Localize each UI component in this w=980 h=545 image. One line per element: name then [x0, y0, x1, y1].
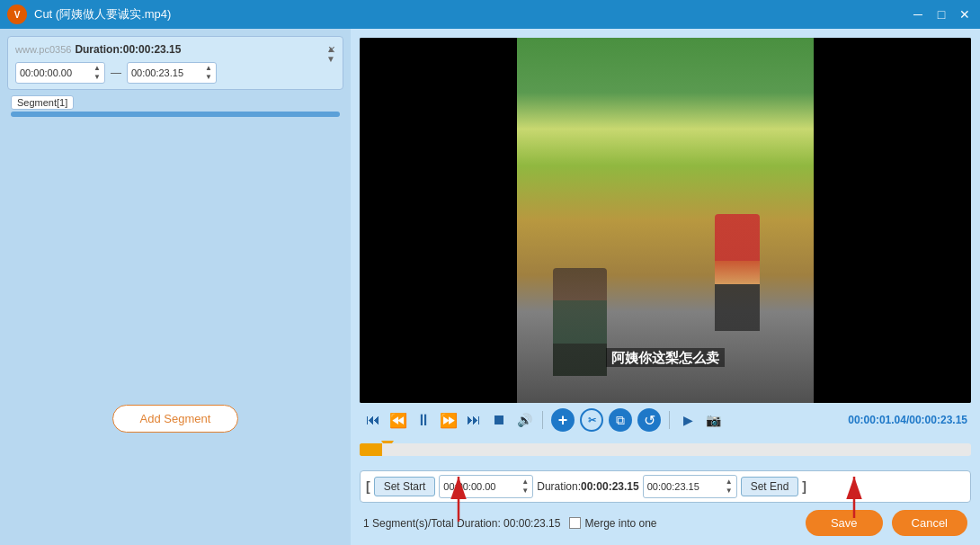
window-controls: ─ □ ✕: [910, 6, 973, 22]
scroll-down-icon[interactable]: ▼: [326, 54, 335, 64]
skip-to-end-button[interactable]: ⏭: [464, 410, 484, 430]
start-time-input[interactable]: 00:00:00.00 ▲ ▼: [15, 62, 105, 84]
end-time-up[interactable]: ▲: [205, 64, 212, 73]
start-time-up[interactable]: ▲: [94, 64, 101, 73]
play-segment-button[interactable]: ▶: [678, 410, 698, 430]
video-preview: 阿姨你这梨怎么卖: [360, 38, 971, 403]
time-separator: —: [111, 67, 121, 79]
volume-button[interactable]: 🔊: [514, 410, 534, 430]
end-time-control[interactable]: 00:00:23.15 ▲ ▼: [643, 475, 737, 498]
end-time-input[interactable]: 00:00:23.15 ▲ ▼: [127, 62, 217, 84]
stop-button[interactable]: ⏹: [489, 410, 509, 430]
pause-button[interactable]: ⏸: [414, 410, 433, 430]
rotate-button[interactable]: ↺: [637, 408, 661, 432]
segment-track-area: Segment[1]: [7, 95, 343, 117]
end-time-down[interactable]: ▼: [205, 73, 212, 82]
add-segment-circle-button[interactable]: +: [551, 408, 575, 432]
timeline-bar[interactable]: [360, 443, 971, 461]
merge-checkbox[interactable]: [569, 517, 581, 529]
save-button[interactable]: Save: [806, 510, 883, 536]
copy-segment-button[interactable]: ⧉: [609, 408, 632, 432]
close-button[interactable]: ✕: [957, 6, 973, 22]
maximize-button[interactable]: □: [933, 6, 949, 22]
time-display: 00:00:01.04/00:00:23.15: [848, 414, 967, 426]
window-title: Cut (阿姨做人要诚实.mp4): [34, 6, 171, 22]
left-panel: www.pc0356 Duration:00:00:23.15 × 00:00:…: [0, 29, 351, 545]
start-ctrl-up[interactable]: ▲: [521, 478, 529, 487]
app-logo: V: [7, 4, 27, 24]
merge-label: Merge into one: [584, 517, 656, 530]
start-time-control[interactable]: 00:00:00.00 ▲ ▼: [439, 475, 533, 498]
segment-info: 1 Segment(s)/Total Duration: 00:00:23.15: [363, 517, 560, 530]
segment-bar: [11, 112, 340, 117]
set-start-button[interactable]: Set Start: [374, 477, 436, 496]
end-ctrl-down[interactable]: ▼: [726, 487, 733, 496]
controls-divider: [542, 411, 543, 429]
bracket-right: ]: [802, 479, 806, 494]
video-subtitle: 阿姨你这梨怎么卖: [606, 350, 725, 367]
skip-to-start-button[interactable]: ⏮: [363, 410, 383, 430]
timeline-area: [360, 437, 971, 470]
cancel-button[interactable]: Cancel: [892, 510, 967, 536]
step-forward-button[interactable]: ⏩: [439, 410, 459, 430]
set-controls-bar: [ Set Start 00:00:00.00 ▲ ▼ Duration:00:…: [360, 470, 971, 503]
start-ctrl-down[interactable]: ▼: [521, 487, 529, 496]
duration-label: Duration:00:00:23.15: [537, 480, 638, 493]
controls-divider-2: [669, 411, 670, 429]
right-panel: 阿姨你这梨怎么卖 ⏮ ⏪ ⏸ ⏩ ⏭ ⏹ 🔊 + ✂ ⧉ ↺ ▶: [351, 29, 980, 545]
bottom-bar: 1 Segment(s)/Total Duration: 00:00:23.15…: [360, 503, 971, 540]
start-time-down[interactable]: ▼: [94, 73, 101, 82]
segment-header: www.pc0356 Duration:00:00:23.15 × 00:00:…: [7, 36, 343, 90]
segment-label: Segment[1]: [11, 95, 74, 110]
end-ctrl-up[interactable]: ▲: [726, 478, 733, 487]
cut-button[interactable]: ✂: [580, 408, 603, 432]
merge-checkbox-area[interactable]: Merge into one: [569, 517, 656, 530]
bracket-left: [: [366, 479, 370, 494]
title-bar: V Cut (阿姨做人要诚实.mp4) ─ □ ✕: [0, 0, 980, 29]
set-end-button[interactable]: Set End: [741, 477, 799, 496]
minimize-button[interactable]: ─: [910, 6, 926, 22]
player-controls: ⏮ ⏪ ⏸ ⏩ ⏭ ⏹ 🔊 + ✂ ⧉ ↺ ▶ 📷 00:00:01.04/00…: [360, 403, 971, 437]
watermark-text: www.pc0356: [15, 44, 71, 55]
scroll-up-icon[interactable]: ▲: [326, 44, 335, 54]
snapshot-button[interactable]: 📷: [703, 410, 723, 430]
duration-display: Duration:00:00:23.15: [75, 43, 181, 56]
step-back-button[interactable]: ⏪: [388, 410, 408, 430]
add-segment-button[interactable]: Add Segment: [112, 405, 239, 433]
timeline-track[interactable]: [360, 443, 971, 456]
